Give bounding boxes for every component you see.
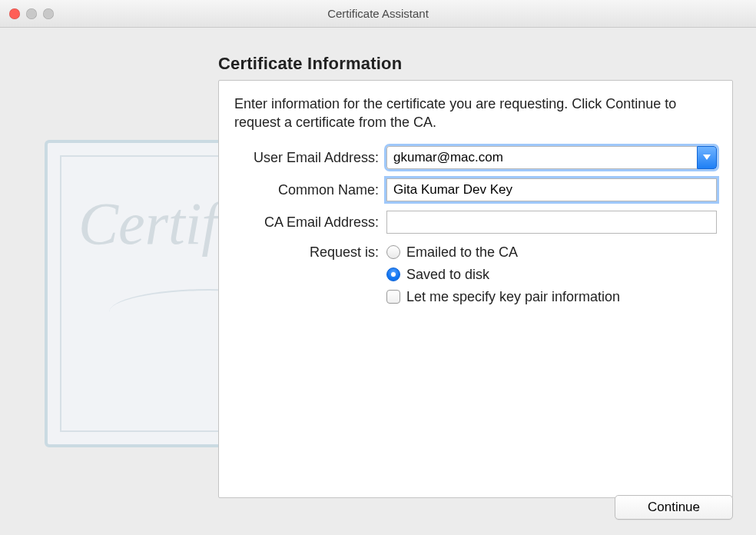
row-request-is: Request is: Emailed to the CA Saved to d… xyxy=(234,243,717,305)
label-user-email: User Email Address: xyxy=(234,148,386,166)
page-title: Certificate Information xyxy=(218,54,402,74)
titlebar: Certificate Assistant xyxy=(0,0,756,28)
row-common-name: Common Name: xyxy=(234,178,717,201)
option-specify-key-pair[interactable]: Let me specify key pair information xyxy=(386,289,717,305)
close-window-icon[interactable] xyxy=(9,8,20,19)
option-saved[interactable]: Saved to disk xyxy=(386,267,717,283)
row-user-email: User Email Address: xyxy=(234,146,717,169)
user-email-combo[interactable] xyxy=(386,146,717,169)
form-panel: Enter information for the certificate yo… xyxy=(218,80,733,498)
radio-saved-icon[interactable] xyxy=(386,268,400,281)
svg-marker-2 xyxy=(703,155,711,160)
label-common-name: Common Name: xyxy=(234,181,386,198)
footer-buttons: Continue xyxy=(615,495,733,520)
row-ca-email: CA Email Address: xyxy=(234,211,717,234)
minimize-window-icon xyxy=(26,8,37,19)
window-body: Certificate Certificate Information Ente… xyxy=(0,28,756,535)
option-saved-label: Saved to disk xyxy=(406,267,489,283)
ca-email-input[interactable] xyxy=(386,211,717,234)
label-ca-email: CA Email Address: xyxy=(234,213,386,231)
panel-description: Enter information for the certificate yo… xyxy=(234,95,717,132)
option-emailed-label: Emailed to the CA xyxy=(406,244,518,261)
user-email-input[interactable] xyxy=(386,146,697,169)
radio-emailed-icon[interactable] xyxy=(386,245,400,259)
common-name-input[interactable] xyxy=(386,178,717,201)
continue-button[interactable]: Continue xyxy=(615,495,733,520)
chevron-down-icon[interactable] xyxy=(697,146,717,169)
label-request-is: Request is: xyxy=(234,243,386,261)
option-specify-label: Let me specify key pair information xyxy=(406,289,620,305)
window-controls xyxy=(9,8,54,19)
option-emailed[interactable]: Emailed to the CA xyxy=(386,244,717,261)
window-title: Certificate Assistant xyxy=(327,7,429,20)
zoom-window-icon xyxy=(43,8,54,19)
checkbox-specify-icon[interactable] xyxy=(386,290,400,304)
